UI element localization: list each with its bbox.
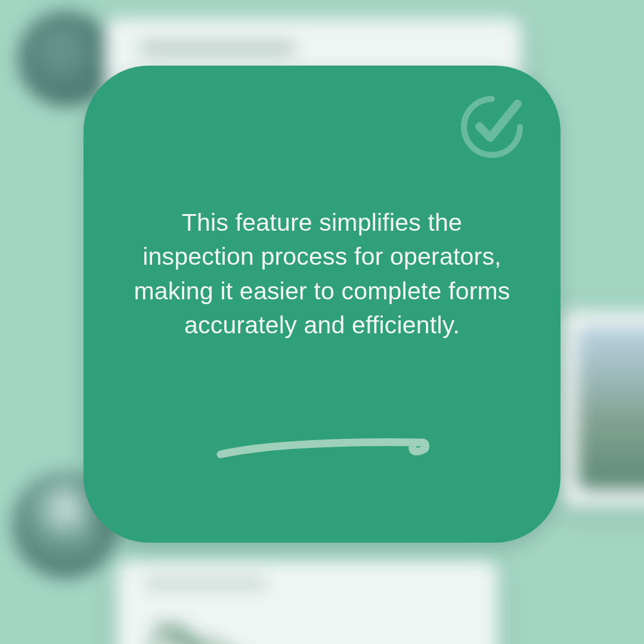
feature-card: This feature simplifies the inspection p… <box>83 66 561 543</box>
checkmark-circle-icon <box>459 94 525 160</box>
background-card-bottom <box>116 561 498 644</box>
hand-drawn-divider <box>83 429 561 465</box>
background-card-right <box>561 310 644 507</box>
feature-description: This feature simplifies the inspection p… <box>126 206 518 343</box>
background-signature <box>140 596 271 644</box>
